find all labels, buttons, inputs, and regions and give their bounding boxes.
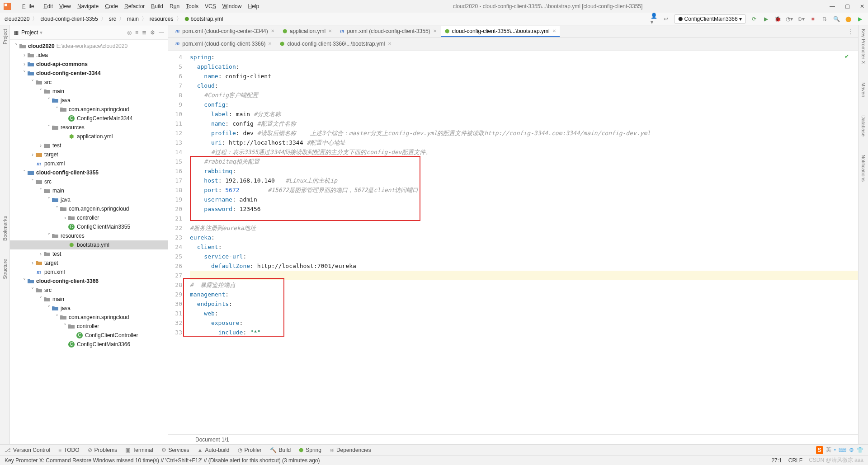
tree-row[interactable]: ⬢bootstrap.yml	[10, 240, 168, 249]
tree-row[interactable]: mpom.xml	[10, 268, 168, 277]
menu-build[interactable]: Build	[148, 2, 166, 11]
bc-4[interactable]: resources	[150, 16, 174, 22]
locate-icon[interactable]: ◎	[127, 29, 132, 36]
circle-icon[interactable]: ⬤	[844, 15, 852, 23]
menu-file[interactable]: File	[19, 2, 40, 11]
menu-tools[interactable]: Tools	[183, 2, 202, 11]
tree-row[interactable]: ˅com.angenin.springcloud	[10, 313, 168, 322]
tree-row[interactable]: ›.idea	[10, 51, 168, 60]
tree-row[interactable]: ˅src	[10, 177, 168, 186]
vcs-update-icon[interactable]: ⇅	[821, 15, 828, 23]
search-icon[interactable]: 🔍	[833, 15, 840, 23]
bc-5[interactable]: bootstrap.yml	[191, 16, 223, 22]
run-config-select[interactable]: ⬢ ConfigClientMain3366 ▾	[674, 14, 746, 23]
tree-row[interactable]: ˅controller	[10, 322, 168, 331]
play-icon[interactable]: ▶	[856, 15, 863, 23]
code-editor[interactable]: 4567891011121314151617181920212223242526…	[168, 51, 858, 434]
tool-build[interactable]: 🔨Build	[270, 447, 291, 453]
tree-row[interactable]: ›test	[10, 249, 168, 258]
bottom-toolbar[interactable]: ⎇Version Control ≡TODO ⊘Problems ▣Termin…	[0, 444, 868, 455]
tree-row[interactable]: ˅java	[10, 195, 168, 204]
menu-help[interactable]: Help	[245, 2, 262, 11]
tree-row[interactable]: ˅resources	[10, 123, 168, 132]
tree-row[interactable]: ›test	[10, 141, 168, 150]
bc-2[interactable]: src	[109, 16, 116, 22]
tree-row[interactable]: ˅src	[10, 286, 168, 295]
tree-row[interactable]: CConfigClientMain3355	[10, 222, 168, 231]
tool-problems[interactable]: ⊘Problems	[88, 447, 118, 453]
menu-window[interactable]: Window	[219, 2, 245, 11]
tree-row[interactable]: ˅main	[10, 87, 168, 96]
sogou-icon[interactable]: S	[816, 446, 823, 454]
reload-icon[interactable]: ⟳	[750, 15, 758, 23]
close-icon[interactable]: ✕	[860, 3, 864, 9]
back-icon[interactable]: ↩	[662, 15, 670, 23]
editor-tab[interactable]: mpom.xml (cloud-config-center-3344)✕	[172, 26, 278, 37]
tree-row[interactable]: ˅com.angenin.springcloud	[10, 204, 168, 213]
tool-spring[interactable]: ⬢Spring	[299, 447, 321, 453]
window-controls[interactable]: — ▢ ✕	[830, 3, 864, 9]
tree-root[interactable]: ˅cloud2020E:\idea-workspace\cloud2020	[10, 42, 168, 51]
tree-row[interactable]: mpom.xml	[10, 159, 168, 168]
gear-icon[interactable]: ⚙	[150, 29, 155, 36]
editor-tab[interactable]: mpom.xml (cloud-config-client-3355)✕	[336, 26, 440, 37]
tabs-more-icon[interactable]: ⋮	[844, 28, 858, 35]
tool-terminal[interactable]: ▣Terminal	[125, 447, 153, 453]
right-tool-strip[interactable]: Key Promoter X Maven Database Notificati…	[858, 25, 868, 444]
bc-1[interactable]: cloud-config-client-3355	[40, 16, 98, 22]
menu-run[interactable]: Run	[166, 2, 183, 11]
tree-row[interactable]: ˅cloud-config-client-3366	[10, 277, 168, 286]
maximize-icon[interactable]: ▢	[845, 3, 850, 9]
tool-profiler[interactable]: ◔Profiler	[238, 447, 262, 453]
coverage-icon[interactable]: ◔▾	[786, 15, 793, 23]
bc-root[interactable]: cloud2020	[5, 16, 29, 22]
tool-keypromoter[interactable]: Key Promoter X	[861, 29, 866, 64]
editor-tab[interactable]: ⬢application.yml✕	[279, 26, 335, 37]
tree-row[interactable]: ›target	[10, 150, 168, 159]
tree-row[interactable]: ˅main	[10, 186, 168, 195]
tool-todo[interactable]: ≡TODO	[58, 447, 79, 453]
tree-row[interactable]: CConfigClientMain3366	[10, 340, 168, 349]
menu-vcs[interactable]: VCS	[202, 2, 219, 11]
code-content[interactable]: spring: application: name: config-client…	[186, 51, 858, 434]
menu-navigate[interactable]: Navigate	[74, 2, 102, 11]
breadcrumb[interactable]: cloud2020〉 cloud-config-client-3355〉 src…	[5, 15, 223, 23]
editor-tab[interactable]: mpom.xml (cloud-config-client-3366)✕	[172, 39, 275, 50]
tree-row[interactable]: ˅java	[10, 96, 168, 105]
tree-row[interactable]: ˅resources	[10, 231, 168, 240]
project-header[interactable]: ▦ Project ▾ ◎ ≡ ≣ ⚙ —	[10, 25, 168, 40]
tree-row[interactable]: ⬢application.yml	[10, 132, 168, 141]
tree-row[interactable]: ›cloud-api-commons	[10, 60, 168, 69]
menu-view[interactable]: View	[56, 2, 74, 11]
cursor-position[interactable]: 27:1	[771, 457, 782, 464]
line-ending[interactable]: CRLF	[788, 457, 802, 464]
tree-row[interactable]: ›controller	[10, 213, 168, 222]
editor-tab[interactable]: ⬢cloud-config-client-3355\...\bootstrap.…	[441, 26, 560, 37]
menu-bar[interactable]: File Edit View Navigate Code Refactor Bu…	[15, 2, 266, 11]
editor-tab[interactable]: ⬢cloud-config-client-3366\...\bootstrap.…	[276, 39, 395, 50]
tree-row[interactable]: ›target	[10, 258, 168, 268]
project-tree[interactable]: ˅cloud2020E:\idea-workspace\cloud2020›.i…	[10, 40, 168, 444]
bc-3[interactable]: main	[127, 16, 139, 22]
editor-tabs-row2[interactable]: mpom.xml (cloud-config-client-3366)✕⬢clo…	[168, 38, 858, 51]
menu-edit[interactable]: Edit	[40, 2, 56, 11]
tree-row[interactable]: ˅cloud-config-client-3355	[10, 168, 168, 177]
tree-row[interactable]: ˅java	[10, 304, 168, 313]
minimize-icon[interactable]: —	[830, 3, 835, 9]
tree-row[interactable]: ˅main	[10, 295, 168, 304]
user-icon[interactable]: 👤▾	[651, 15, 658, 23]
left-tool-strip[interactable]: Project Bookmarks Structure	[0, 25, 10, 444]
tool-notifications[interactable]: Notifications	[861, 155, 866, 182]
menu-refactor[interactable]: Refactor	[121, 2, 148, 11]
inspection-ok-icon[interactable]: ✔	[844, 53, 849, 60]
editor-tabs-row1[interactable]: mpom.xml (cloud-config-center-3344)✕⬢app…	[168, 25, 858, 38]
collapse-icon[interactable]: ≣	[142, 29, 146, 36]
profile-icon[interactable]: ⊙▾	[797, 15, 805, 23]
run-icon[interactable]: ▶	[762, 15, 769, 23]
hide-icon[interactable]: —	[159, 29, 164, 36]
tree-row[interactable]: ˅src	[10, 78, 168, 87]
tree-row[interactable]: ˅com.angenin.springcloud	[10, 105, 168, 114]
tree-row[interactable]: CConfigClientController	[10, 331, 168, 340]
stop-icon[interactable]: ■	[809, 15, 816, 23]
tool-services[interactable]: ⚙Services	[161, 447, 189, 453]
